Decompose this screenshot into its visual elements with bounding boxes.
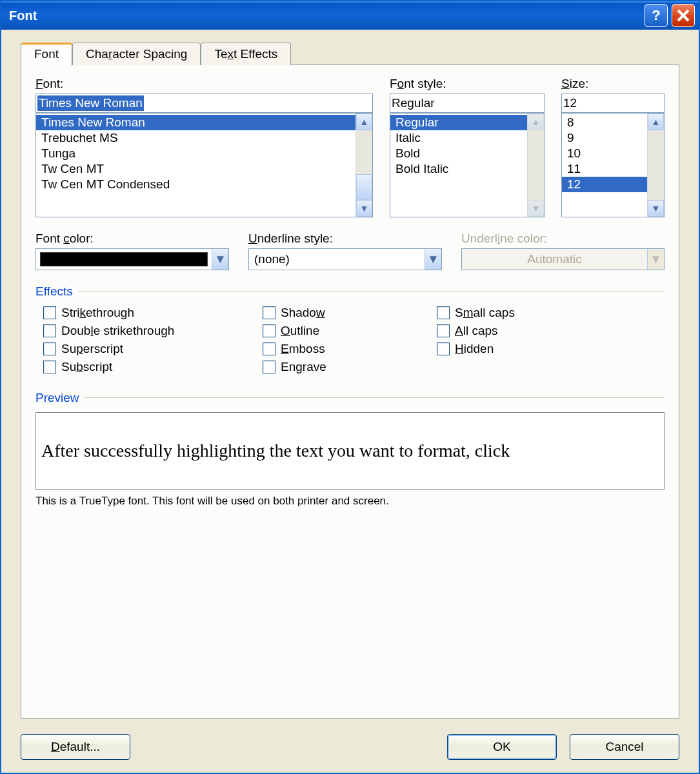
checkbox-double-strikethrough[interactable]: Double strikethrough xyxy=(43,324,237,338)
list-item[interactable]: Italic xyxy=(390,130,527,146)
ok-cancel-group: OK Cancel xyxy=(447,734,679,760)
checkbox-small-caps[interactable]: Small caps xyxy=(437,306,515,320)
tab-text-effects[interactable]: Text Effects xyxy=(201,43,291,65)
scroll-thumb[interactable] xyxy=(356,174,372,200)
list-item[interactable]: Times New Roman xyxy=(36,115,355,130)
close-button[interactable] xyxy=(672,4,695,27)
style-scrollbar: ▲ ▼ xyxy=(527,114,544,217)
font-label: Font: xyxy=(35,77,373,91)
preview-group: Preview After successfully highlighting … xyxy=(35,391,665,508)
list-item[interactable]: 8 xyxy=(562,115,647,130)
checkbox-icon xyxy=(43,342,56,355)
checkbox-label: Hidden xyxy=(455,342,494,356)
checkbox-subscript[interactable]: Subscript xyxy=(43,360,237,374)
list-item[interactable]: 10 xyxy=(562,146,647,161)
scroll-track[interactable] xyxy=(356,130,372,200)
default-button-label: Default... xyxy=(51,740,100,754)
list-item[interactable]: 12 xyxy=(562,177,647,192)
underline-style-col: Underline style: (none) ▼ xyxy=(248,232,442,270)
checkbox-engrave[interactable]: Engrave xyxy=(263,360,411,374)
chevron-down-icon[interactable]: ▼ xyxy=(212,249,228,270)
underline-style-value: (none) xyxy=(249,250,425,268)
list-item[interactable]: Tunga xyxy=(36,146,355,161)
scroll-down-icon[interactable]: ▼ xyxy=(648,200,664,217)
chevron-down-icon[interactable]: ▼ xyxy=(425,249,441,270)
font-scrollbar[interactable]: ▲ ▼ xyxy=(355,114,372,217)
font-listbox[interactable]: Times New Roman Trebuchet MS Tunga Tw Ce… xyxy=(35,113,373,217)
scroll-up-icon: ▲ xyxy=(528,114,544,130)
underline-color-label: Underline color: xyxy=(461,232,665,246)
dialog-buttons: Default... OK Cancel xyxy=(1,725,699,773)
font-style-input[interactable]: Regular xyxy=(390,94,545,113)
underline-style-combo[interactable]: (none) ▼ xyxy=(248,248,442,270)
size-input[interactable]: 12 xyxy=(561,94,665,113)
list-item[interactable]: 11 xyxy=(562,161,647,177)
font-style-column: Font style: Regular Regular Italic Bold … xyxy=(390,77,545,217)
list-item[interactable]: Bold xyxy=(390,146,527,161)
checkbox-label: Superscript xyxy=(61,342,123,356)
tab-font-label: Font xyxy=(34,47,59,61)
tab-font[interactable]: Font xyxy=(21,43,72,66)
checkbox-superscript[interactable]: Superscript xyxy=(43,342,237,356)
help-button[interactable]: ? xyxy=(645,4,668,27)
list-item[interactable]: Trebuchet MS xyxy=(36,130,355,146)
preview-box: After successfully highlighting the text… xyxy=(35,412,665,490)
size-value: 12 xyxy=(563,96,577,110)
checkbox-icon xyxy=(263,361,275,373)
style-list-items: Regular Italic Bold Bold Italic xyxy=(390,114,527,217)
underline-color-combo: Automatic ▼ xyxy=(461,248,665,270)
size-scrollbar[interactable]: ▲ ▼ xyxy=(647,114,664,217)
effects-col-3: Small caps All caps Hidden xyxy=(437,306,515,374)
font-color-col: Font color: ▼ xyxy=(35,232,229,270)
checkbox-emboss[interactable]: Emboss xyxy=(263,342,411,356)
preview-note: This is a TrueType font. This font will … xyxy=(35,495,665,508)
effects-col-1: Strikethrough Double strikethrough Super… xyxy=(43,306,237,374)
scroll-down-icon: ▼ xyxy=(528,200,544,217)
list-item[interactable]: Bold Italic xyxy=(390,161,527,177)
titlebar: Font ? xyxy=(1,1,699,30)
scroll-down-icon[interactable]: ▼ xyxy=(356,200,372,217)
list-item[interactable]: 9 xyxy=(562,130,647,146)
checkbox-shadow[interactable]: Shadow xyxy=(263,306,411,320)
checkbox-hidden[interactable]: Hidden xyxy=(437,342,515,356)
checkbox-icon xyxy=(437,306,450,319)
checkbox-label: Subscript xyxy=(61,360,112,374)
font-color-combo[interactable]: ▼ xyxy=(35,248,229,270)
effects-border: Strikethrough Double strikethrough Super… xyxy=(35,291,665,374)
checkbox-icon xyxy=(43,361,56,373)
font-style-listbox[interactable]: Regular Italic Bold Bold Italic ▲ ▼ xyxy=(390,113,545,217)
list-item[interactable]: Tw Cen MT Condensed xyxy=(36,177,355,192)
font-top-row: Font: Times New Roman Times New Roman Tr… xyxy=(35,77,665,217)
ok-button[interactable]: OK xyxy=(447,734,557,760)
tab-spacing-label: Character Spacing xyxy=(86,47,187,61)
list-item[interactable]: Tw Cen MT xyxy=(36,161,355,177)
checkbox-icon xyxy=(43,324,56,337)
size-listbox[interactable]: 8 9 10 11 12 ▲ ▼ xyxy=(561,113,665,217)
tab-character-spacing[interactable]: Character Spacing xyxy=(72,43,201,65)
scroll-track[interactable] xyxy=(648,130,664,200)
preview-text: After successfully highlighting the text… xyxy=(41,441,510,461)
underline-style-label: Underline style: xyxy=(248,232,442,246)
checkbox-icon xyxy=(43,306,56,319)
scroll-up-icon[interactable]: ▲ xyxy=(356,114,372,130)
preview-border: After successfully highlighting the text… xyxy=(35,397,665,508)
close-icon xyxy=(677,9,690,22)
checkbox-strikethrough[interactable]: Strikethrough xyxy=(43,306,237,320)
checkbox-label: All caps xyxy=(455,324,498,338)
default-button[interactable]: Default... xyxy=(21,734,130,760)
font-input[interactable]: Times New Roman xyxy=(35,94,373,113)
cancel-button[interactable]: Cancel xyxy=(570,734,679,760)
font-column: Font: Times New Roman Times New Roman Tr… xyxy=(35,77,373,217)
list-item[interactable]: Regular xyxy=(390,115,527,130)
font-input-value: Times New Roman xyxy=(37,95,144,111)
scroll-up-icon[interactable]: ▲ xyxy=(648,114,664,130)
font-panel: Font: Times New Roman Times New Roman Tr… xyxy=(21,64,679,719)
mid-row: Font color: ▼ Underline style: (none) ▼ … xyxy=(35,232,665,270)
checkbox-outline[interactable]: Outline xyxy=(263,324,411,338)
checkbox-all-caps[interactable]: All caps xyxy=(437,324,515,338)
effects-group: Effects Strikethrough Double strikethrou… xyxy=(35,284,665,374)
checkbox-icon xyxy=(263,324,275,337)
effects-grid: Strikethrough Double strikethrough Super… xyxy=(35,301,665,374)
cancel-button-label: Cancel xyxy=(605,740,643,754)
checkbox-label: Shadow xyxy=(281,306,325,320)
